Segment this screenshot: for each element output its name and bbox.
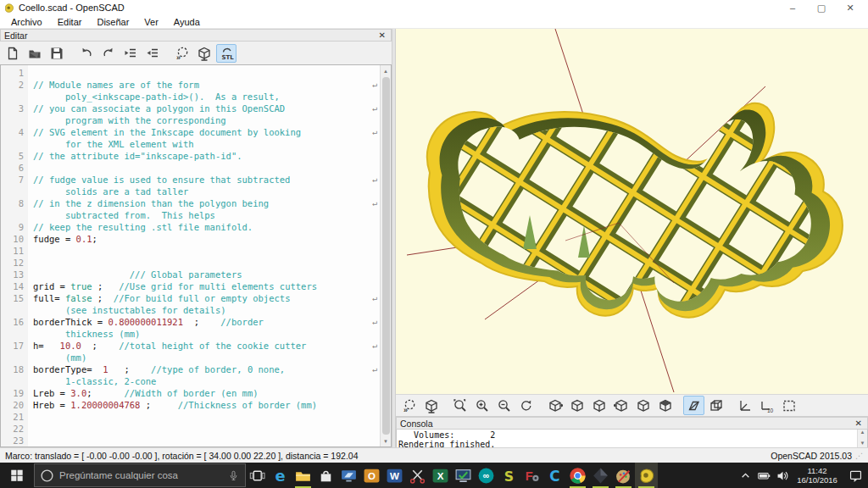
- render-button[interactable]: [420, 396, 442, 415]
- zoom-out-button[interactable]: [493, 396, 515, 415]
- windows-logo-icon: [9, 468, 25, 483]
- taskbar-word-button[interactable]: W: [383, 463, 406, 488]
- word-icon: W: [386, 467, 403, 485]
- scroll-up-icon[interactable]: ▲: [381, 65, 391, 76]
- indent-button[interactable]: [142, 44, 163, 63]
- taskbar-krita-button[interactable]: [612, 463, 635, 488]
- console-scrollbar[interactable]: ▲ ▼: [857, 430, 867, 449]
- menu-diseñar[interactable]: Diseñar: [89, 17, 136, 27]
- menu-ayuda[interactable]: Ayuda: [166, 17, 208, 27]
- microphone-icon[interactable]: [227, 469, 240, 482]
- taskbar-arduino-button[interactable]: ∞: [475, 463, 498, 488]
- code-text[interactable]: // Module names are of the form↵ poly_<i…: [28, 65, 380, 446]
- save-file-button[interactable]: [47, 44, 67, 63]
- taskbar-clock[interactable]: 11:42 16/10/2016: [792, 466, 843, 485]
- show-axes-button[interactable]: [734, 396, 755, 415]
- view-right-button[interactable]: [544, 396, 565, 415]
- preview-button[interactable]: »: [398, 396, 420, 415]
- taskbar-task-view-button[interactable]: [246, 463, 269, 488]
- close-button[interactable]: ✕: [836, 1, 865, 14]
- open-file-button[interactable]: [25, 44, 45, 63]
- taskbar-outlook-button[interactable]: O: [360, 463, 383, 488]
- minimize-button[interactable]: –: [778, 1, 807, 14]
- svg-text:»: »: [403, 405, 408, 413]
- code-line: (mm): [33, 352, 380, 363]
- view-bottom-button[interactable]: [588, 396, 609, 415]
- taskbar-snipping-tool-button[interactable]: [406, 463, 429, 488]
- resize-grip[interactable]: ⋰: [855, 452, 863, 460]
- new-file-button[interactable]: [3, 44, 23, 63]
- excel-icon: X: [431, 467, 449, 485]
- scrollbar-thumb[interactable]: [382, 77, 390, 435]
- export-stl-button[interactable]: STL: [216, 44, 236, 63]
- console-scroll-up-icon[interactable]: ▲: [860, 430, 865, 438]
- taskbar-inkscape-button[interactable]: [589, 463, 612, 488]
- taskbar-cura-button[interactable]: C: [543, 463, 566, 488]
- editor-scrollbar[interactable]: ▲ ▼: [380, 65, 391, 446]
- render-button[interactable]: [194, 44, 214, 63]
- code-editor[interactable]: 1234567891011121314151617181920212223 //…: [0, 64, 392, 447]
- show-scale-markers-button[interactable]: 10: [756, 396, 777, 415]
- code-line: Hreb = 1.20000004768 ; //Thickness of bo…: [33, 399, 380, 411]
- editor-toolbar: »STL: [0, 42, 392, 64]
- battery-button[interactable]: [754, 463, 773, 488]
- start-button[interactable]: [0, 463, 34, 488]
- view-perspective-button[interactable]: [683, 396, 704, 415]
- taskbar-chrome-button[interactable]: [566, 463, 589, 488]
- cortana-circle-icon: [40, 469, 54, 483]
- taskbar-freecad-button[interactable]: F: [520, 463, 543, 488]
- openscad-logo-icon: [3, 3, 14, 14]
- title-bar: Coello.scad - OpenSCAD –▢✕: [0, 0, 868, 15]
- taskbar-excel-button[interactable]: X: [429, 463, 452, 488]
- action-center-button[interactable]: [843, 463, 868, 488]
- code-line: solids are a tad taller: [33, 186, 380, 197]
- console-close-icon[interactable]: ✕: [854, 419, 864, 428]
- view-orthographic-icon: [709, 398, 724, 413]
- redo-button[interactable]: [98, 44, 119, 63]
- 3d-viewport[interactable]: [396, 29, 868, 394]
- line-number: 15: [1, 292, 24, 304]
- menu-archivo[interactable]: Archivo: [3, 17, 50, 27]
- line-number: 6: [1, 162, 24, 174]
- editor-close-icon[interactable]: ✕: [377, 30, 387, 40]
- zoom-out-icon: [497, 398, 512, 413]
- undo-button[interactable]: [76, 44, 97, 63]
- viewport-toolbar-separator: [442, 396, 448, 415]
- menu-ver[interactable]: Ver: [136, 17, 166, 27]
- taskbar-sketchup-button[interactable]: S: [498, 463, 520, 488]
- unindent-button[interactable]: [120, 44, 141, 63]
- maximize-button[interactable]: ▢: [807, 1, 836, 14]
- view-all-button[interactable]: [778, 396, 799, 415]
- preview-button[interactable]: »: [172, 44, 192, 63]
- taskbar-remote-desktop-button[interactable]: [337, 463, 360, 488]
- svg-text:10: 10: [767, 408, 774, 413]
- reset-view-button[interactable]: [515, 396, 537, 415]
- taskbar-pc-display-button[interactable]: [452, 463, 475, 488]
- view-left-button[interactable]: [610, 396, 632, 415]
- volume-button[interactable]: [773, 463, 792, 488]
- view-top-button[interactable]: [566, 396, 587, 415]
- scroll-down-icon[interactable]: ▼: [381, 435, 391, 446]
- zoom-in-button[interactable]: [471, 396, 492, 415]
- taskbar-openscad-button[interactable]: [635, 463, 658, 488]
- new-file-icon: [5, 46, 20, 61]
- tray-expand-button[interactable]: [736, 463, 754, 488]
- code-line: Lreb = 3.0; //Width of border (en mm): [33, 387, 380, 399]
- taskbar-file-explorer-button[interactable]: [292, 463, 314, 488]
- line-number: 23: [1, 435, 24, 446]
- view-back-button[interactable]: [654, 396, 676, 415]
- undo-icon: [79, 46, 94, 61]
- line-number: 1: [1, 67, 24, 79]
- taskbar-store-button[interactable]: [314, 463, 337, 488]
- code-line: full= false ; //For build full or empty …: [33, 292, 380, 304]
- view-orthographic-button[interactable]: [705, 396, 726, 415]
- taskbar-edge-button[interactable]: e: [269, 463, 292, 488]
- volume-icon: [776, 469, 790, 483]
- code-line: [33, 67, 380, 79]
- view-front-button[interactable]: [632, 396, 654, 415]
- zoom-all-button[interactable]: [449, 396, 470, 415]
- cortana-search-input[interactable]: Pregúntame cualquier cosa: [34, 463, 246, 487]
- menu-editar[interactable]: Editar: [50, 17, 90, 27]
- line-number: 11: [1, 245, 24, 257]
- reset-view-icon: [519, 398, 534, 413]
